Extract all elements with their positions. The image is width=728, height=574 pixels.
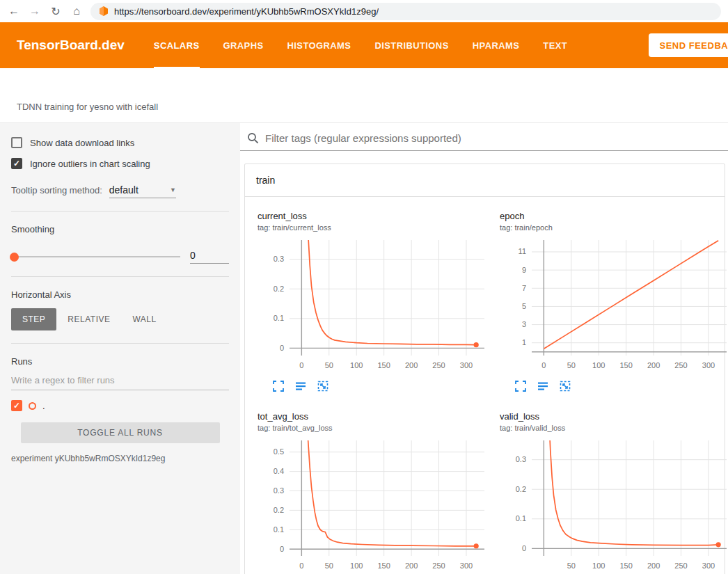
divider: [11, 343, 229, 344]
svg-text:7: 7: [522, 284, 526, 292]
svg-text:300: 300: [702, 561, 715, 570]
chart-tag: tag: train/current_loss: [258, 223, 491, 232]
svg-text:300: 300: [460, 361, 473, 369]
svg-text:0.2: 0.2: [274, 285, 284, 293]
tag-filter-row: [240, 123, 728, 151]
svg-text:0.2: 0.2: [516, 485, 526, 493]
fit-domain-icon[interactable]: [317, 381, 329, 392]
svg-text:0: 0: [299, 561, 303, 570]
charts-grid: current_loss tag: train/current_loss 00.…: [245, 197, 725, 574]
tab-hparams[interactable]: HPARAMS: [473, 22, 520, 68]
chart-toolbar: [258, 381, 491, 392]
chart-tot-avg-loss: tot_avg_loss tag: train/tot_avg_loss 00.…: [252, 406, 491, 574]
show-download-links-label: Show data download links: [30, 138, 134, 148]
chart-title: epoch: [500, 211, 728, 221]
address-bar[interactable]: https://tensorboard.dev/experiment/yKUbh…: [90, 3, 721, 20]
svg-text:100: 100: [592, 561, 605, 570]
expand-chart-icon[interactable]: [273, 381, 284, 392]
runs-filter-input[interactable]: [11, 369, 229, 390]
run-row[interactable]: .: [11, 400, 229, 411]
svg-text:50: 50: [567, 361, 576, 369]
runs-list-icon[interactable]: [537, 381, 548, 392]
svg-text:0: 0: [280, 545, 284, 553]
smoothing-slider-knob[interactable]: [10, 253, 19, 262]
smoothing-slider[interactable]: [11, 256, 180, 257]
runs-list-icon[interactable]: [295, 381, 306, 392]
ignore-outliers-row[interactable]: Ignore outliers in chart scaling: [11, 158, 229, 169]
ignore-outliers-checkbox[interactable]: [11, 158, 22, 169]
svg-text:0.1: 0.1: [516, 514, 526, 523]
line-chart[interactable]: 00.10.20.3050100150200250300: [258, 237, 487, 376]
svg-text:150: 150: [619, 361, 632, 369]
svg-text:0.3: 0.3: [274, 255, 284, 263]
back-icon[interactable]: ←: [7, 5, 21, 17]
search-icon: [247, 132, 259, 144]
svg-text:300: 300: [702, 361, 715, 369]
experiment-description: TDNN training for yesno with icefall: [17, 102, 158, 112]
horizontal-axis-label: Horizontal Axis: [11, 289, 229, 300]
svg-text:3: 3: [522, 320, 526, 328]
settings-sidebar: Show data download links Ignore outliers…: [0, 123, 240, 574]
axis-relative-button[interactable]: RELATIVE: [56, 308, 121, 330]
divider: [11, 211, 229, 212]
tooltip-sorting-dropdown[interactable]: default ▼: [109, 184, 176, 198]
toggle-all-runs-button[interactable]: TOGGLE ALL RUNS: [21, 422, 220, 443]
svg-text:50: 50: [325, 561, 333, 570]
line-chart[interactable]: 1357911050100150200250300: [500, 237, 728, 376]
experiment-name: experiment yKUbhb5wRmOSXYkId1z9eg: [11, 454, 229, 463]
chart-title: valid_loss: [500, 411, 728, 422]
svg-text:50: 50: [567, 561, 576, 570]
svg-text:250: 250: [432, 561, 445, 570]
svg-text:9: 9: [522, 266, 526, 274]
show-download-links-row[interactable]: Show data download links: [11, 137, 229, 148]
svg-text:0.3: 0.3: [516, 455, 526, 463]
svg-text:0: 0: [541, 361, 546, 369]
tab-text[interactable]: TEXT: [543, 22, 567, 68]
show-download-links-checkbox[interactable]: [11, 137, 22, 148]
train-group-header[interactable]: train: [245, 164, 725, 197]
scalars-dashboard: train current_loss tag: train/current_lo…: [240, 123, 728, 574]
svg-text:0.1: 0.1: [274, 525, 284, 534]
svg-text:50: 50: [325, 361, 333, 369]
axis-wall-button[interactable]: WALL: [121, 308, 167, 330]
send-feedback-button[interactable]: SEND FEEDBACK: [649, 33, 728, 57]
svg-text:0.5: 0.5: [274, 447, 284, 456]
svg-text:0: 0: [280, 344, 284, 352]
svg-text:0.2: 0.2: [274, 506, 284, 514]
svg-text:100: 100: [592, 361, 605, 369]
expand-chart-icon[interactable]: [515, 381, 526, 392]
chevron-down-icon: ▼: [170, 186, 176, 193]
svg-text:0.4: 0.4: [274, 467, 284, 475]
smoothing-value[interactable]: 0: [190, 250, 229, 264]
tooltip-sorting-label: Tooltip sorting method:: [11, 185, 102, 196]
url-text: https://tensorboard.dev/experiment/yKUbh…: [114, 6, 379, 17]
tooltip-sorting-value: default: [109, 184, 139, 196]
tab-scalars[interactable]: SCALARS: [154, 22, 200, 68]
chart-tag: tag: train/tot_avg_loss: [258, 424, 491, 432]
svg-text:200: 200: [405, 361, 418, 369]
tab-graphs[interactable]: GRAPHS: [223, 22, 264, 68]
svg-text:250: 250: [674, 561, 687, 570]
svg-text:0: 0: [522, 544, 526, 552]
axis-step-button[interactable]: STEP: [11, 308, 56, 330]
svg-text:150: 150: [377, 561, 390, 570]
line-chart[interactable]: 00.10.20.30.40.5050100150200250300: [258, 438, 487, 574]
runs-label: Runs: [11, 356, 229, 367]
horizontal-axis-buttons: STEP RELATIVE WALL: [11, 308, 229, 330]
svg-text:0: 0: [299, 361, 303, 369]
tag-filter-input[interactable]: [265, 132, 728, 144]
tab-distributions[interactable]: DISTRIBUTIONS: [374, 22, 448, 68]
tab-histograms[interactable]: HISTOGRAMS: [287, 22, 351, 68]
fit-domain-icon[interactable]: [560, 381, 571, 392]
svg-text:0.3: 0.3: [274, 486, 284, 495]
tensorboard-favicon: [99, 6, 109, 16]
reload-icon[interactable]: ↻: [49, 5, 63, 18]
home-icon[interactable]: ⌂: [70, 5, 84, 17]
line-chart[interactable]: 00.10.20.350100150200250300: [500, 438, 728, 574]
forward-icon[interactable]: →: [28, 5, 42, 17]
svg-text:150: 150: [619, 561, 632, 570]
svg-text:250: 250: [432, 361, 445, 369]
run-checkbox[interactable]: [11, 400, 22, 411]
svg-text:250: 250: [674, 361, 687, 369]
svg-text:200: 200: [647, 561, 660, 570]
